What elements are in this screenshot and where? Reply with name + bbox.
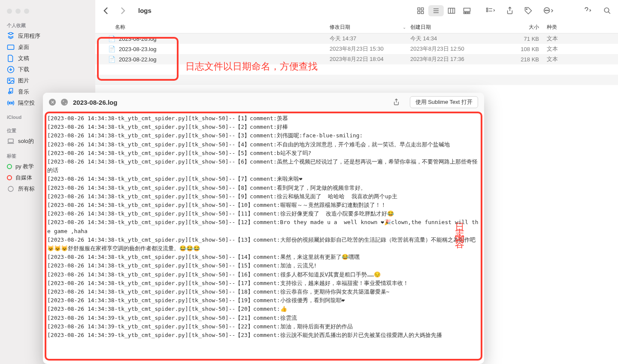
- file-created: 2023年8月23日 12:50: [410, 45, 494, 53]
- download-icon: [7, 66, 15, 73]
- laptop-icon: [7, 137, 15, 145]
- sidebar-label: 文稿: [18, 55, 29, 62]
- file-icon: 📄: [108, 46, 115, 52]
- svg-point-22: [548, 10, 549, 11]
- sidebar-item-pictures[interactable]: 图片: [0, 75, 95, 86]
- close-quicklook-button[interactable]: ✕: [49, 99, 56, 106]
- sidebar-item-documents[interactable]: 文稿: [0, 53, 95, 64]
- svg-rect-16: [487, 8, 488, 9]
- file-icon: 📄: [108, 35, 115, 42]
- file-name: 2023-08-26.log: [119, 36, 156, 42]
- svg-rect-0: [8, 45, 14, 50]
- sidebar-label: py 教学: [15, 163, 34, 170]
- sidebar-header-favorites: 个人收藏: [0, 21, 95, 30]
- sidebar-item-applications[interactable]: 应用程序: [0, 30, 95, 42]
- tag-dot-icon: [7, 164, 12, 169]
- nav-back-button[interactable]: [102, 7, 109, 15]
- all-tags-icon: [7, 185, 15, 193]
- svg-point-6: [8, 186, 13, 191]
- desktop-icon: [7, 43, 15, 51]
- action-menu-button[interactable]: [543, 7, 554, 15]
- sidebar-label: 隔空投: [18, 99, 35, 107]
- maximize-window-button[interactable]: [24, 9, 29, 14]
- file-row[interactable]: 📄2023-08-23.log 2023年8月23日 15:30 2023年8月…: [95, 44, 618, 54]
- group-button[interactable]: [486, 7, 495, 14]
- file-kind: 文本: [547, 45, 618, 53]
- svg-point-3: [9, 79, 10, 81]
- quicklook-header: ✕ 2023-08-26.log 使用 Sublime Text 打开: [43, 93, 484, 112]
- sidebar-label: 自媒体: [15, 174, 32, 182]
- sidebar-label: 所有标: [18, 185, 35, 193]
- file-row[interactable]: 📄2023-08-26.log 今天 14:37 今天 14:34 71 KB …: [95, 33, 618, 44]
- file-name: 2023-08-22.log: [119, 56, 156, 63]
- file-created: 今天 14:34: [410, 35, 494, 42]
- svg-rect-12: [464, 8, 470, 12]
- svg-rect-10: [421, 11, 424, 13]
- svg-rect-14: [466, 12, 468, 13]
- quicklook-content: [2023-08-26 14:34:38-tk_ytb_cmt_spider.p…: [43, 112, 484, 364]
- file-size: 71 KB: [494, 36, 547, 42]
- svg-rect-15: [468, 12, 470, 13]
- view-icon-button[interactable]: [413, 5, 428, 16]
- image-icon: [7, 77, 15, 85]
- quicklook-title: 2023-08-26.log: [73, 99, 388, 106]
- share-button[interactable]: [506, 6, 513, 15]
- file-size: 218 KB: [494, 56, 547, 63]
- tag-button[interactable]: [524, 7, 532, 15]
- minimize-window-button[interactable]: [15, 9, 21, 14]
- file-kind: 文本: [547, 35, 618, 42]
- fullscreen-quicklook-button[interactable]: [61, 99, 68, 106]
- view-list-button[interactable]: [428, 5, 444, 16]
- file-row-empty: [95, 75, 618, 85]
- file-created: 2023年8月22日 17:36: [410, 55, 494, 63]
- svg-point-20: [545, 10, 546, 11]
- sidebar-label: 音乐: [18, 88, 29, 96]
- column-header-size[interactable]: 大小: [494, 24, 547, 31]
- sidebar-label: 图片: [18, 77, 29, 85]
- music-icon: [7, 88, 15, 96]
- svg-rect-5: [8, 139, 13, 143]
- sort-arrow-icon: ⌄: [403, 25, 406, 30]
- svg-rect-9: [418, 11, 420, 13]
- view-column-button[interactable]: [444, 5, 459, 16]
- open-with-button[interactable]: 使用 Sublime Text 打开: [410, 96, 478, 108]
- svg-point-4: [10, 102, 12, 104]
- window-controls: [0, 3, 95, 21]
- quicklook-share-button[interactable]: [393, 98, 400, 106]
- svg-point-21: [546, 10, 547, 11]
- close-window-button[interactable]: [7, 9, 12, 14]
- column-header-kind[interactable]: 种类: [547, 24, 618, 31]
- sidebar-label: solo的: [18, 137, 34, 145]
- toolbar: logs: [95, 0, 618, 21]
- file-modified: 2023年8月23日 15:30: [330, 45, 410, 53]
- svg-rect-13: [464, 12, 466, 13]
- airdrop-icon: [7, 99, 15, 107]
- column-header-created[interactable]: 创建日期: [410, 24, 494, 31]
- help-button[interactable]: [583, 7, 592, 15]
- file-modified: 今天 14:37: [330, 35, 410, 42]
- svg-point-18: [526, 9, 527, 9]
- quicklook-window: ✕ 2023-08-26.log 使用 Sublime Text 打开 [202…: [43, 93, 484, 364]
- search-button[interactable]: [603, 7, 611, 15]
- file-list: 📄2023-08-26.log 今天 14:37 今天 14:34 71 KB …: [95, 33, 618, 85]
- view-gallery-button[interactable]: [459, 5, 475, 16]
- nav-forward-button[interactable]: [119, 7, 126, 15]
- svg-rect-7: [418, 8, 420, 10]
- file-size: 108 KB: [494, 46, 547, 52]
- file-icon: 📄: [108, 56, 115, 63]
- file-name: 2023-08-23.log: [119, 46, 156, 52]
- column-header-name[interactable]: 名称: [115, 24, 330, 31]
- column-header-modified[interactable]: 修改日期⌄: [330, 24, 410, 31]
- svg-rect-8: [421, 8, 424, 10]
- svg-rect-17: [487, 10, 488, 12]
- sidebar-item-desktop[interactable]: 桌面: [0, 42, 95, 53]
- applications-icon: [7, 32, 15, 40]
- sidebar-label: 应用程序: [18, 32, 40, 40]
- file-row[interactable]: 📄2023-08-22.log 2023年8月22日 18:04 2023年8月…: [95, 54, 618, 64]
- document-icon: [7, 55, 15, 62]
- column-headers: 名称 修改日期⌄ 创建日期 大小 种类: [95, 21, 618, 33]
- sidebar-label: 下载: [18, 66, 29, 73]
- tag-dot-icon: [7, 175, 12, 180]
- folder-title: logs: [138, 7, 411, 14]
- sidebar-item-downloads[interactable]: 下载: [0, 64, 95, 75]
